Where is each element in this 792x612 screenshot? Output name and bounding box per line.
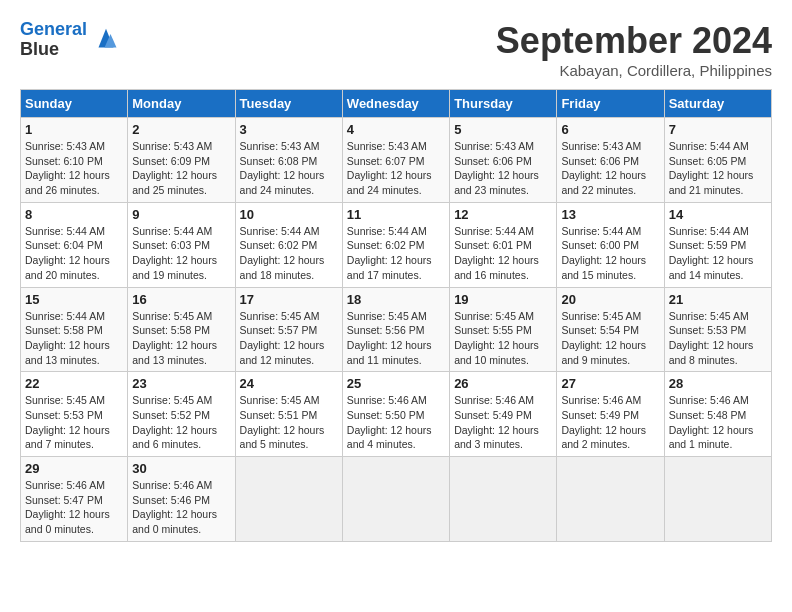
day-info: Sunrise: 5:43 AM Sunset: 6:10 PM Dayligh… [25, 139, 123, 198]
calendar-day: 2 Sunrise: 5:43 AM Sunset: 6:09 PM Dayli… [128, 118, 235, 203]
day-number: 6 [561, 122, 659, 137]
col-sunday: Sunday [21, 90, 128, 118]
col-thursday: Thursday [450, 90, 557, 118]
calendar-day: 28 Sunrise: 5:46 AM Sunset: 5:48 PM Dayl… [664, 372, 771, 457]
calendar-day: 1 Sunrise: 5:43 AM Sunset: 6:10 PM Dayli… [21, 118, 128, 203]
title-area: September 2024 Kabayan, Cordillera, Phil… [496, 20, 772, 79]
day-info: Sunrise: 5:44 AM Sunset: 6:02 PM Dayligh… [347, 224, 445, 283]
day-info: Sunrise: 5:46 AM Sunset: 5:49 PM Dayligh… [561, 393, 659, 452]
col-saturday: Saturday [664, 90, 771, 118]
calendar-day: 26 Sunrise: 5:46 AM Sunset: 5:49 PM Dayl… [450, 372, 557, 457]
calendar-week-2: 8 Sunrise: 5:44 AM Sunset: 6:04 PM Dayli… [21, 202, 772, 287]
calendar-day: 25 Sunrise: 5:46 AM Sunset: 5:50 PM Dayl… [342, 372, 449, 457]
calendar-day [235, 457, 342, 542]
calendar-day: 17 Sunrise: 5:45 AM Sunset: 5:57 PM Dayl… [235, 287, 342, 372]
day-info: Sunrise: 5:45 AM Sunset: 5:57 PM Dayligh… [240, 309, 338, 368]
calendar-week-1: 1 Sunrise: 5:43 AM Sunset: 6:10 PM Dayli… [21, 118, 772, 203]
calendar-week-4: 22 Sunrise: 5:45 AM Sunset: 5:53 PM Dayl… [21, 372, 772, 457]
calendar-day: 21 Sunrise: 5:45 AM Sunset: 5:53 PM Dayl… [664, 287, 771, 372]
day-info: Sunrise: 5:46 AM Sunset: 5:46 PM Dayligh… [132, 478, 230, 537]
day-info: Sunrise: 5:45 AM Sunset: 5:51 PM Dayligh… [240, 393, 338, 452]
logo: GeneralBlue [20, 20, 121, 60]
day-number: 3 [240, 122, 338, 137]
day-number: 21 [669, 292, 767, 307]
calendar-day: 19 Sunrise: 5:45 AM Sunset: 5:55 PM Dayl… [450, 287, 557, 372]
day-number: 27 [561, 376, 659, 391]
day-number: 13 [561, 207, 659, 222]
day-info: Sunrise: 5:45 AM Sunset: 5:53 PM Dayligh… [25, 393, 123, 452]
day-number: 25 [347, 376, 445, 391]
calendar-day: 20 Sunrise: 5:45 AM Sunset: 5:54 PM Dayl… [557, 287, 664, 372]
calendar-day: 10 Sunrise: 5:44 AM Sunset: 6:02 PM Dayl… [235, 202, 342, 287]
day-number: 16 [132, 292, 230, 307]
day-number: 9 [132, 207, 230, 222]
day-info: Sunrise: 5:46 AM Sunset: 5:49 PM Dayligh… [454, 393, 552, 452]
calendar-day [557, 457, 664, 542]
day-number: 1 [25, 122, 123, 137]
day-info: Sunrise: 5:44 AM Sunset: 6:04 PM Dayligh… [25, 224, 123, 283]
day-number: 20 [561, 292, 659, 307]
day-info: Sunrise: 5:46 AM Sunset: 5:48 PM Dayligh… [669, 393, 767, 452]
calendar-day: 5 Sunrise: 5:43 AM Sunset: 6:06 PM Dayli… [450, 118, 557, 203]
month-title: September 2024 [496, 20, 772, 62]
calendar-day: 16 Sunrise: 5:45 AM Sunset: 5:58 PM Dayl… [128, 287, 235, 372]
day-info: Sunrise: 5:44 AM Sunset: 6:02 PM Dayligh… [240, 224, 338, 283]
day-info: Sunrise: 5:46 AM Sunset: 5:47 PM Dayligh… [25, 478, 123, 537]
day-info: Sunrise: 5:45 AM Sunset: 5:54 PM Dayligh… [561, 309, 659, 368]
location: Kabayan, Cordillera, Philippines [496, 62, 772, 79]
day-info: Sunrise: 5:43 AM Sunset: 6:09 PM Dayligh… [132, 139, 230, 198]
day-number: 4 [347, 122, 445, 137]
day-number: 11 [347, 207, 445, 222]
day-number: 23 [132, 376, 230, 391]
day-info: Sunrise: 5:44 AM Sunset: 6:03 PM Dayligh… [132, 224, 230, 283]
day-info: Sunrise: 5:45 AM Sunset: 5:55 PM Dayligh… [454, 309, 552, 368]
day-number: 24 [240, 376, 338, 391]
calendar-day [450, 457, 557, 542]
day-info: Sunrise: 5:45 AM Sunset: 5:56 PM Dayligh… [347, 309, 445, 368]
calendar-day: 6 Sunrise: 5:43 AM Sunset: 6:06 PM Dayli… [557, 118, 664, 203]
day-info: Sunrise: 5:44 AM Sunset: 6:00 PM Dayligh… [561, 224, 659, 283]
calendar-day: 4 Sunrise: 5:43 AM Sunset: 6:07 PM Dayli… [342, 118, 449, 203]
calendar-day [342, 457, 449, 542]
day-number: 29 [25, 461, 123, 476]
calendar-day: 7 Sunrise: 5:44 AM Sunset: 6:05 PM Dayli… [664, 118, 771, 203]
day-info: Sunrise: 5:43 AM Sunset: 6:06 PM Dayligh… [454, 139, 552, 198]
page-header: GeneralBlue September 2024 Kabayan, Cord… [20, 20, 772, 79]
calendar-day: 14 Sunrise: 5:44 AM Sunset: 5:59 PM Dayl… [664, 202, 771, 287]
day-number: 8 [25, 207, 123, 222]
header-row: Sunday Monday Tuesday Wednesday Thursday… [21, 90, 772, 118]
calendar-day: 3 Sunrise: 5:43 AM Sunset: 6:08 PM Dayli… [235, 118, 342, 203]
day-number: 22 [25, 376, 123, 391]
col-wednesday: Wednesday [342, 90, 449, 118]
calendar-day: 13 Sunrise: 5:44 AM Sunset: 6:00 PM Dayl… [557, 202, 664, 287]
day-info: Sunrise: 5:46 AM Sunset: 5:50 PM Dayligh… [347, 393, 445, 452]
calendar-day: 29 Sunrise: 5:46 AM Sunset: 5:47 PM Dayl… [21, 457, 128, 542]
day-number: 5 [454, 122, 552, 137]
day-info: Sunrise: 5:43 AM Sunset: 6:07 PM Dayligh… [347, 139, 445, 198]
day-info: Sunrise: 5:45 AM Sunset: 5:53 PM Dayligh… [669, 309, 767, 368]
logo-icon [91, 25, 121, 55]
day-number: 28 [669, 376, 767, 391]
calendar-day: 23 Sunrise: 5:45 AM Sunset: 5:52 PM Dayl… [128, 372, 235, 457]
calendar-day: 24 Sunrise: 5:45 AM Sunset: 5:51 PM Dayl… [235, 372, 342, 457]
day-number: 10 [240, 207, 338, 222]
calendar-day: 15 Sunrise: 5:44 AM Sunset: 5:58 PM Dayl… [21, 287, 128, 372]
day-info: Sunrise: 5:44 AM Sunset: 5:59 PM Dayligh… [669, 224, 767, 283]
day-info: Sunrise: 5:45 AM Sunset: 5:52 PM Dayligh… [132, 393, 230, 452]
calendar-day: 12 Sunrise: 5:44 AM Sunset: 6:01 PM Dayl… [450, 202, 557, 287]
day-info: Sunrise: 5:45 AM Sunset: 5:58 PM Dayligh… [132, 309, 230, 368]
day-info: Sunrise: 5:44 AM Sunset: 6:01 PM Dayligh… [454, 224, 552, 283]
col-monday: Monday [128, 90, 235, 118]
calendar-day: 27 Sunrise: 5:46 AM Sunset: 5:49 PM Dayl… [557, 372, 664, 457]
calendar-day: 9 Sunrise: 5:44 AM Sunset: 6:03 PM Dayli… [128, 202, 235, 287]
calendar-week-3: 15 Sunrise: 5:44 AM Sunset: 5:58 PM Dayl… [21, 287, 772, 372]
calendar-day: 11 Sunrise: 5:44 AM Sunset: 6:02 PM Dayl… [342, 202, 449, 287]
day-number: 17 [240, 292, 338, 307]
day-number: 15 [25, 292, 123, 307]
day-number: 26 [454, 376, 552, 391]
day-number: 18 [347, 292, 445, 307]
calendar-day: 8 Sunrise: 5:44 AM Sunset: 6:04 PM Dayli… [21, 202, 128, 287]
day-number: 19 [454, 292, 552, 307]
day-number: 14 [669, 207, 767, 222]
logo-text: GeneralBlue [20, 20, 87, 60]
